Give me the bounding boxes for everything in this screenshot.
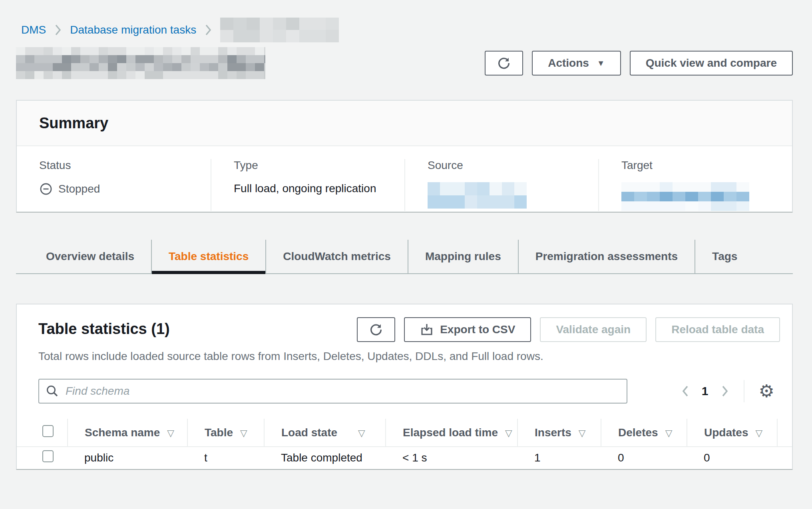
column-header-table[interactable]: Table▽	[187, 419, 264, 447]
breadcrumb-link-dms[interactable]: DMS	[21, 24, 46, 36]
tab-tags[interactable]: Tags	[695, 240, 754, 273]
cell-elapsed-load-time: < 1 s	[386, 447, 517, 468]
cell-updates: 0	[687, 447, 777, 468]
table-statistics-table: Schema name▽ Table▽ Load state▽ Elapsed …	[17, 419, 793, 468]
summary-field-source: Source	[404, 159, 598, 211]
page-number[interactable]: 1	[702, 384, 709, 398]
cell-load-state: Table completed	[264, 447, 386, 468]
preferences-gear-icon[interactable]: ⚙	[759, 382, 774, 400]
table-statistics-title: Table statistics (1)	[38, 317, 170, 338]
summary-panel: Summary Status Stopped Type Full load,	[16, 100, 793, 213]
column-header-updates[interactable]: Updates▽	[687, 419, 777, 447]
type-value: Full load, ongoing replication	[234, 182, 404, 195]
chevron-right-icon	[54, 24, 62, 36]
tab-bar: Overview details Table statistics CloudW…	[16, 240, 793, 274]
export-to-csv-label: Export to CSV	[440, 323, 515, 336]
status-text: Stopped	[58, 183, 100, 195]
breadcrumb: DMS Database migration tasks	[21, 18, 339, 42]
reload-table-data-label: Reload table data	[671, 323, 764, 336]
field-label: Target	[621, 159, 792, 172]
column-header-ddls[interactable]: DDLs▽	[777, 419, 793, 447]
sort-icon: ▽	[167, 428, 174, 438]
field-label: Type	[234, 159, 404, 172]
toolbar-divider	[744, 380, 744, 402]
download-icon	[420, 323, 434, 336]
reload-table-data-button[interactable]: Reload table data	[655, 317, 780, 342]
page-header: Actions ▼ Quick view and compare	[16, 47, 793, 79]
refresh-icon	[497, 56, 511, 70]
sort-icon: ▽	[755, 428, 762, 438]
find-schema-input[interactable]	[38, 379, 627, 404]
next-page-button[interactable]	[720, 384, 729, 398]
column-header-load-state[interactable]: Load state▽	[264, 419, 386, 447]
select-all-checkbox[interactable]	[42, 425, 54, 437]
table-statistics-header: Table statistics (1)	[38, 317, 780, 342]
quick-view-compare-label: Quick view and compare	[646, 57, 777, 70]
tab-premigration-assessments[interactable]: Premigration assessments	[518, 240, 695, 273]
minus-circle-icon	[39, 182, 53, 196]
sort-icon: ▽	[505, 428, 512, 438]
tab-table-statistics[interactable]: Table statistics	[151, 240, 265, 273]
previous-page-button[interactable]	[681, 384, 690, 398]
column-header-deletes[interactable]: Deletes▽	[601, 419, 687, 447]
table-row: public t Table completed < 1 s 1 0 0 0	[17, 447, 793, 468]
table-statistics-panel: Table statistics (1)	[16, 304, 793, 470]
summary-field-target: Target	[598, 159, 792, 211]
sort-icon: ▽	[358, 428, 365, 438]
page-title-redacted	[16, 47, 265, 79]
actions-button[interactable]: Actions ▼	[532, 51, 621, 76]
target-endpoint-link-redacted[interactable]	[621, 182, 749, 211]
refresh-icon	[369, 322, 383, 337]
summary-title: Summary	[39, 115, 108, 132]
cell-table: t	[187, 447, 264, 468]
header-actions: Actions ▼ Quick view and compare	[485, 51, 793, 76]
refresh-button[interactable]	[485, 51, 523, 76]
summary-field-status: Status Stopped	[17, 159, 211, 211]
caret-down-icon: ▼	[597, 59, 605, 68]
sort-icon: ▽	[240, 428, 247, 438]
actions-button-label: Actions	[548, 57, 589, 70]
breadcrumb-link-tasks[interactable]: Database migration tasks	[70, 24, 196, 36]
breadcrumb-current-redacted	[220, 18, 339, 42]
validate-again-button[interactable]: Validate again	[540, 317, 647, 342]
cell-schema-name: public	[68, 447, 187, 468]
column-header-schema-name[interactable]: Schema name▽	[68, 419, 187, 447]
table-refresh-button[interactable]	[357, 317, 395, 342]
status-value: Stopped	[39, 182, 211, 196]
table-statistics-description: Total rows include loaded source table r…	[38, 350, 776, 363]
chevron-right-icon	[204, 24, 212, 36]
dms-task-page: DMS Database migration tasks Actions	[0, 0, 812, 509]
row-checkbox[interactable]	[42, 450, 54, 462]
field-label: Status	[39, 159, 211, 172]
source-endpoint-link-redacted[interactable]	[428, 182, 527, 209]
summary-panel-header: Summary	[17, 101, 792, 146]
validate-again-label: Validate again	[556, 323, 631, 336]
schema-search	[38, 379, 627, 404]
cell-inserts: 1	[517, 447, 601, 468]
tab-mapping-rules[interactable]: Mapping rules	[408, 240, 518, 273]
table-header-row: Schema name▽ Table▽ Load state▽ Elapsed …	[17, 419, 793, 447]
table-toolbar: 1 ⚙	[38, 379, 774, 404]
tab-overview-details[interactable]: Overview details	[29, 240, 151, 273]
cell-deletes: 0	[601, 447, 687, 468]
table-statistics-actions: Export to CSV Validate again Reload tabl…	[357, 317, 780, 342]
pagination: 1 ⚙	[681, 380, 774, 402]
summary-field-type: Type Full load, ongoing replication	[211, 159, 404, 211]
export-to-csv-button[interactable]: Export to CSV	[404, 317, 531, 342]
search-icon	[46, 384, 59, 398]
summary-body: Status Stopped Type Full load, ongoing r…	[17, 146, 792, 211]
tab-cloudwatch-metrics[interactable]: CloudWatch metrics	[265, 240, 408, 273]
cell-ddls: 0	[777, 447, 793, 468]
column-header-elapsed-load-time[interactable]: Elapsed load time▽	[386, 419, 517, 447]
sort-icon: ▽	[665, 428, 673, 438]
column-header-inserts[interactable]: Inserts▽	[517, 419, 601, 447]
sort-icon: ▽	[579, 428, 586, 438]
quick-view-compare-button[interactable]: Quick view and compare	[630, 51, 793, 76]
field-label: Source	[428, 159, 598, 172]
